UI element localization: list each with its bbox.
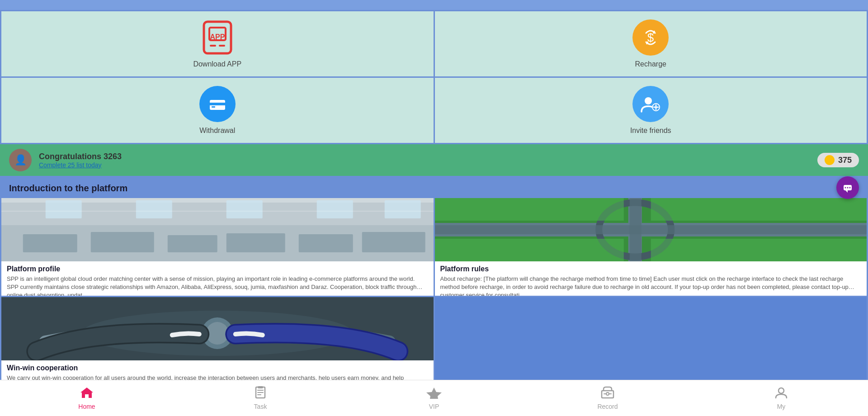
platform-rules-image bbox=[435, 198, 867, 261]
svg-rect-28 bbox=[317, 200, 353, 218]
coin-icon bbox=[825, 155, 835, 165]
task-label: Task bbox=[254, 403, 267, 410]
svg-rect-29 bbox=[385, 200, 421, 218]
platform-cards-grid: Platform profile SPP is an intelligent g… bbox=[0, 198, 868, 397]
nav-vip[interactable]: VIP bbox=[347, 380, 521, 416]
svg-rect-57 bbox=[602, 391, 613, 398]
platform-profile-desc: SPP is an intelligent global cloud order… bbox=[1, 275, 434, 296]
float-chat-button[interactable] bbox=[836, 176, 859, 199]
recharge-icon-wrap: $ bbox=[632, 19, 669, 56]
svg-rect-37 bbox=[651, 198, 867, 221]
svg-rect-27 bbox=[226, 200, 263, 218]
task-svg bbox=[254, 386, 267, 399]
svg-rect-36 bbox=[435, 198, 624, 221]
svg-rect-9 bbox=[210, 103, 225, 105]
chat-icon bbox=[841, 181, 854, 194]
record-svg bbox=[601, 386, 614, 399]
notification-text: Congratulations 3263 Complete 25 list to… bbox=[39, 152, 810, 169]
svg-rect-22 bbox=[299, 234, 353, 252]
roads-illustration bbox=[435, 198, 867, 261]
record-icon bbox=[601, 386, 614, 401]
svg-rect-34 bbox=[435, 225, 867, 234]
platform-profile-image bbox=[1, 198, 434, 261]
home-icon bbox=[80, 386, 94, 401]
home-svg bbox=[80, 386, 94, 399]
badge-value: 375 bbox=[838, 156, 852, 165]
invite-friends-card[interactable]: Invite friends bbox=[435, 78, 867, 143]
section-title: Introduction to the platform bbox=[0, 176, 868, 198]
withdrawal-card[interactable]: Withdrawal bbox=[1, 78, 434, 143]
recharge-icon: $ bbox=[639, 26, 662, 49]
svg-rect-26 bbox=[136, 200, 172, 218]
withdrawal-label: Withdrawal bbox=[199, 127, 235, 135]
office-illustration bbox=[1, 198, 434, 261]
recharge-label: Recharge bbox=[635, 60, 666, 68]
invite-friends-label: Invite friends bbox=[630, 127, 671, 135]
svg-marker-56 bbox=[426, 388, 442, 399]
quick-actions-grid: APP Download APP $ Recharge bbox=[0, 10, 868, 144]
svg-point-47 bbox=[845, 187, 846, 189]
winwin-title: Win-win cooperation bbox=[1, 360, 434, 374]
my-label: My bbox=[777, 403, 786, 410]
notification-title: Congratulations 3263 bbox=[39, 152, 810, 161]
svg-text:APP: APP bbox=[210, 33, 225, 41]
my-svg bbox=[775, 386, 788, 399]
platform-profile-title: Platform profile bbox=[1, 261, 434, 275]
nav-task[interactable]: Task bbox=[174, 380, 347, 416]
svg-rect-39 bbox=[651, 239, 867, 261]
nav-my[interactable]: My bbox=[694, 380, 868, 416]
bottom-navigation: Home Task VIP bbox=[0, 380, 868, 416]
svg-rect-19 bbox=[91, 232, 154, 252]
svg-point-61 bbox=[778, 388, 784, 393]
platform-rules-card[interactable]: Platform rules About recharge: [The plat… bbox=[435, 198, 867, 296]
svg-point-48 bbox=[847, 187, 849, 189]
recharge-card[interactable]: $ Recharge bbox=[435, 11, 867, 76]
notification-badge: 375 bbox=[817, 153, 859, 167]
invite-icon-wrap bbox=[632, 86, 669, 122]
handshake-illustration bbox=[1, 297, 434, 360]
platform-profile-card[interactable]: Platform profile SPP is an intelligent g… bbox=[1, 198, 434, 296]
svg-rect-18 bbox=[23, 234, 77, 252]
svg-rect-35 bbox=[629, 198, 641, 261]
task-icon bbox=[254, 386, 267, 401]
svg-rect-23 bbox=[362, 232, 425, 252]
vip-label: VIP bbox=[429, 403, 439, 410]
withdrawal-icon-wrap bbox=[199, 86, 236, 122]
my-icon bbox=[775, 386, 788, 401]
platform-rules-desc: About recharge: [The platform will chang… bbox=[435, 275, 867, 296]
download-app-label: Download APP bbox=[193, 60, 241, 68]
nav-record[interactable]: Record bbox=[521, 380, 694, 416]
svg-rect-20 bbox=[168, 235, 217, 252]
platform-rules-title: Platform rules bbox=[435, 261, 867, 275]
vip-svg bbox=[426, 386, 442, 399]
app-icon-wrap: APP bbox=[199, 19, 236, 56]
svg-marker-50 bbox=[80, 388, 93, 398]
record-label: Record bbox=[597, 403, 618, 410]
svg-rect-55 bbox=[258, 386, 263, 388]
svg-rect-38 bbox=[435, 239, 624, 261]
svg-point-12 bbox=[645, 97, 652, 104]
notification-subtitle[interactable]: Complete 25 list today bbox=[39, 161, 810, 169]
vip-icon bbox=[426, 386, 442, 401]
top-bar bbox=[0, 0, 868, 10]
nav-home[interactable]: Home bbox=[0, 380, 174, 416]
winwin-image bbox=[1, 297, 434, 360]
home-label: Home bbox=[78, 403, 95, 410]
svg-rect-10 bbox=[212, 106, 215, 108]
invite-icon bbox=[639, 93, 662, 115]
withdrawal-icon bbox=[206, 93, 229, 115]
content-area: APP Download APP $ Recharge bbox=[0, 10, 868, 416]
svg-rect-21 bbox=[226, 233, 285, 252]
svg-point-43 bbox=[206, 322, 229, 345]
notification-bar: 👤 Congratulations 3263 Complete 25 list … bbox=[0, 144, 868, 176]
download-app-card[interactable]: APP Download APP bbox=[1, 11, 434, 76]
svg-point-49 bbox=[849, 187, 851, 189]
user-avatar: 👤 bbox=[9, 149, 32, 171]
app-icon: APP bbox=[199, 19, 236, 56]
svg-rect-25 bbox=[46, 200, 82, 218]
